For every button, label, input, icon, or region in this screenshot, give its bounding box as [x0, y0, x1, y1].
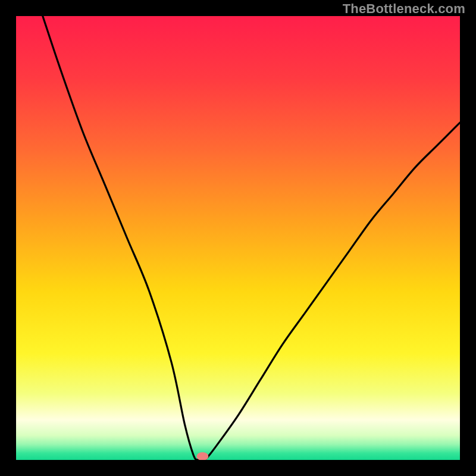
watermark-text: TheBottleneck.com [343, 1, 465, 17]
bottleneck-chart [16, 16, 460, 460]
plot-area [16, 16, 460, 460]
chart-frame: TheBottleneck.com [0, 0, 476, 476]
gradient-background [16, 16, 460, 460]
